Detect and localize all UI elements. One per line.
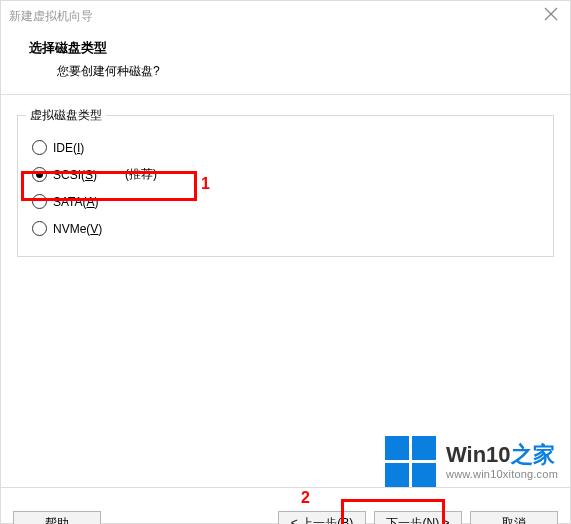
disk-type-group: 虚拟磁盘类型 IDE(I) SCSI(S) (推荐) SATA(A) [17,115,554,257]
radio-sata[interactable]: SATA(A) [32,188,539,215]
watermark-brand: Win10之家 [446,443,558,467]
radio-icon [32,140,47,155]
cancel-button[interactable]: 取消 [470,511,558,524]
radio-icon [32,167,47,182]
content-area: 虚拟磁盘类型 IDE(I) SCSI(S) (推荐) SATA(A) [1,95,570,257]
recommend-label: (推荐) [125,166,157,183]
next-button[interactable]: 下一步(N) > [374,511,462,524]
radio-ide[interactable]: IDE(I) [32,134,539,161]
page-title: 选择磁盘类型 [29,39,542,57]
button-bar: 帮助 < 上一步(B) 下一步(N) > 取消 [1,487,570,523]
radio-icon [32,194,47,209]
radio-label-ide: IDE(I) [53,141,84,155]
titlebar: 新建虚拟机向导 [1,1,570,31]
back-button[interactable]: < 上一步(B) [278,511,366,524]
radio-label-scsi: SCSI(S) [53,168,97,182]
radio-label-nvme: NVMe(V) [53,222,102,236]
help-button[interactable]: 帮助 [13,511,101,524]
wizard-header: 选择磁盘类型 您要创建何种磁盘? [1,31,570,94]
windows-logo-icon [385,436,436,487]
wizard-window: 新建虚拟机向导 选择磁盘类型 您要创建何种磁盘? 虚拟磁盘类型 IDE(I) S… [0,0,571,524]
annotation-number-1: 1 [201,175,210,193]
watermark-text: Win10之家 www.win10xitong.com [446,443,558,479]
watermark-url: www.win10xitong.com [446,468,558,480]
window-title: 新建虚拟机向导 [9,8,93,25]
radio-dot-icon [36,171,43,178]
close-icon[interactable] [544,7,560,23]
radio-nvme[interactable]: NVMe(V) [32,215,539,242]
watermark: Win10之家 www.win10xitong.com [385,436,558,487]
page-subtitle: 您要创建何种磁盘? [29,63,542,80]
annotation-number-2: 2 [301,489,310,507]
group-legend: 虚拟磁盘类型 [26,107,106,124]
radio-icon [32,221,47,236]
radio-scsi[interactable]: SCSI(S) (推荐) [32,161,539,188]
radio-label-sata: SATA(A) [53,195,99,209]
